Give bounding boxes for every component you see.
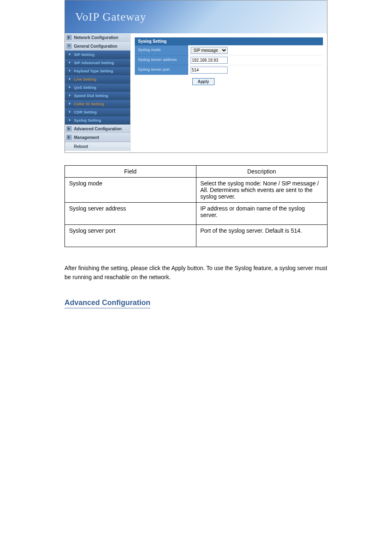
section-arrow-icon [67,44,71,49]
cell-field: Syslog server port [65,225,196,247]
label-syslog-mode: Syslog mode [135,45,188,55]
sidebar-reboot-label: Reboot [74,144,88,149]
sidebar-reboot[interactable]: Reboot [65,142,130,151]
description-table: Field Description Syslog mode Select the… [65,165,327,247]
sidebar-item-label: Speed Dial Setting [74,93,108,98]
table-header-field: Field [65,166,196,178]
sidebar-item-label: Line Setting [74,77,96,81]
chevron-right-icon [69,61,71,64]
svg-marker-3 [68,136,70,139]
section-arrow-icon [67,35,71,40]
apply-button[interactable]: Apply [192,78,214,85]
sidebar-item-syslog[interactable]: Syslog Setting [65,116,130,125]
sidebar-section-label: Management [74,135,99,140]
chevron-right-icon [69,102,71,105]
table-header-desc: Description [196,166,327,178]
select-syslog-mode[interactable]: SIP message [191,47,228,54]
sidebar-item-speed-dial[interactable]: Speed Dial Setting [65,92,130,100]
svg-marker-0 [68,36,70,39]
sidebar-item-payload[interactable]: Payload Type Setting [65,67,130,75]
section-arrow-icon [67,135,71,140]
label-syslog-port: Syslog server port [135,65,188,75]
cell-desc: IP address or domain name of the syslog … [196,203,327,225]
sidebar-item-line[interactable]: Line Setting [65,75,130,83]
input-syslog-port[interactable] [191,67,228,74]
sidebar-section-management[interactable]: Management [65,133,130,142]
cell-field: Syslog mode [65,178,196,203]
body-paragraph: After finishing the setting, please clic… [65,264,327,282]
panel-title: Syslog Setting [135,37,323,45]
chevron-right-icon [69,94,71,97]
table-row: Syslog mode Select the syslog mode: None… [65,178,327,203]
cell-field: Syslog server address [65,203,196,225]
sidebar-section-advanced[interactable]: Advanced Configuration [65,125,130,133]
sidebar-item-sip-setting[interactable]: SIP Setting [65,51,130,59]
cell-desc: Port of the syslog server. Default is 51… [196,225,327,247]
sidebar-item-cdr[interactable]: CDR Setting [65,108,130,116]
sidebar-section-network[interactable]: Network Configuration [65,33,130,42]
label-syslog-address: Syslog server address [135,55,188,65]
svg-marker-1 [68,45,70,47]
sidebar-item-label: Caller ID Setting [74,102,104,106]
section-arrow-icon [67,126,71,131]
sidebar: Network Configuration General Configurat… [65,33,131,153]
sidebar-item-label: Syslog Setting [74,118,101,123]
sidebar-section-label: Advanced Configuration [74,127,122,131]
chevron-right-icon [69,86,71,88]
banner: VoIP Gateway [65,0,327,33]
sidebar-item-sip-advanced[interactable]: SIP Advanced Setting [65,59,130,67]
sidebar-section-label: General Configuration [74,44,118,49]
sidebar-section-general[interactable]: General Configuration [65,42,130,51]
cell-desc: Select the syslog mode: None / SIP messa… [196,178,327,203]
table-row: Syslog server port Port of the syslog se… [65,225,327,247]
sidebar-item-caller-id[interactable]: Caller ID Setting [65,100,130,108]
svg-marker-2 [68,127,70,130]
input-syslog-address[interactable] [191,57,228,64]
section-heading-advanced: Advanced Configuration [65,298,150,308]
content-area: Syslog Setting Syslog mode SIP message S… [131,33,327,153]
banner-title: VoIP Gateway [75,10,146,23]
chevron-right-icon [69,78,71,80]
chevron-right-icon [69,111,71,113]
sidebar-item-label: Payload Type Setting [74,69,113,73]
sidebar-section-label: Network Configuration [74,35,118,40]
sidebar-item-label: SIP Advanced Setting [74,60,114,65]
router-admin-screenshot: VoIP Gateway Network Configuration Gener… [65,0,327,153]
sidebar-item-label: SIP Setting [74,52,95,57]
sidebar-item-label: CDR Setting [74,110,97,114]
sidebar-item-label: QoS Setting [74,85,96,90]
table-row: Syslog server address IP address or doma… [65,203,327,225]
chevron-right-icon [69,53,71,56]
sidebar-item-qos[interactable]: QoS Setting [65,83,130,92]
chevron-right-icon [69,119,71,121]
chevron-right-icon [69,69,71,72]
